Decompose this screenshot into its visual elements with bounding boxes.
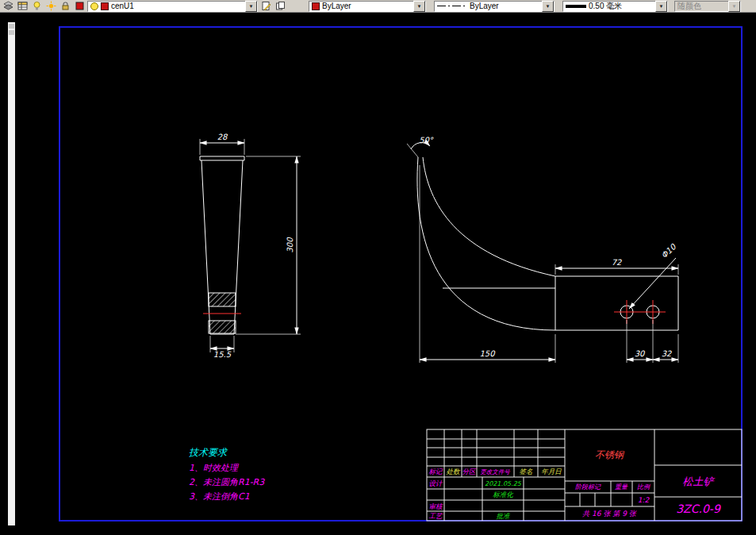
- dimension-height: 300: [236, 156, 301, 334]
- row-process: 工艺: [429, 512, 444, 520]
- dim-top-width-text: 28: [217, 133, 228, 141]
- hole-callout-text: Φ10: [659, 241, 678, 260]
- current-lineweight: 0.50 毫米: [589, 1, 622, 12]
- lineweight-sample-icon: [566, 5, 586, 8]
- technical-requirements[interactable]: 技术要求 1、时效处理 2、未注圆角R1-R3 3、未注倒角C1: [189, 447, 265, 502]
- row-design: 设计: [429, 479, 444, 487]
- current-color-name: ByLayer: [322, 2, 351, 10]
- tech-req-item-1: 1、时效处理: [189, 463, 240, 473]
- sun-icon[interactable]: [44, 1, 57, 12]
- dimension-hole-spacing: 30 32: [627, 320, 678, 363]
- row-approve: 批准: [497, 512, 512, 520]
- dimension-bottom-width: 15.5: [210, 336, 234, 359]
- layers-icon[interactable]: [2, 1, 14, 12]
- make-object-layer-current-icon[interactable]: [259, 1, 272, 12]
- layer-previous-icon[interactable]: [274, 1, 286, 12]
- stage-mark-label: 阶段标记: [575, 483, 601, 491]
- weight-label: 重量: [615, 483, 628, 491]
- hole-callout: Φ10: [629, 241, 678, 309]
- dimension-overall-length: 150: [420, 165, 555, 363]
- tech-req-title: 技术要求: [189, 447, 228, 458]
- layer-combo-arrow-icon[interactable]: ▼: [245, 1, 257, 12]
- layer-color-swatch: [101, 2, 109, 10]
- model-space-canvas[interactable]: 28 300 15.5: [0, 13, 756, 535]
- dim-hole-spacing-text: 30: [635, 349, 646, 358]
- layer-combo[interactable]: cenU1 ▼: [87, 1, 258, 12]
- lightbulb-icon[interactable]: [30, 1, 43, 12]
- dim-hole-to-edge-text: 32: [662, 349, 672, 358]
- layer-properties-manager-icon[interactable]: [16, 1, 29, 12]
- linetype-sample-icon: [437, 2, 467, 10]
- title-block[interactable]: 不锈钢 标记 处数 分区 更改文件号 签名 年月日 设计 2021.05.25 …: [427, 429, 742, 521]
- dim-angle-text: 50°: [419, 136, 434, 144]
- part-name: 松土铲: [683, 475, 716, 487]
- material-text: 不锈钢: [595, 449, 625, 460]
- dim-bottom-width-text: 15.5: [213, 350, 232, 359]
- tech-req-item-3: 3、未注倒角C1: [189, 491, 250, 502]
- row-standardization: 标准化: [493, 491, 513, 498]
- current-color-swatch: [312, 2, 320, 10]
- plot-style-combo: 随颜色 ▼: [674, 1, 741, 12]
- current-layer-name: cenU1: [111, 2, 134, 10]
- dim-plate-length-text: 72: [612, 258, 622, 267]
- col-file-no: 更改文件号: [480, 468, 510, 475]
- linetype-combo[interactable]: ByLayer ▼: [434, 1, 555, 12]
- app-window: { "colors": { "magenta": "#ff00ff", "gre…: [0, 0, 756, 535]
- dimension-plate-length: 72: [555, 258, 678, 275]
- current-linetype-name: ByLayer: [470, 2, 499, 10]
- dim-overall-length-text: 150: [479, 349, 496, 358]
- section-hatch-upper: [209, 293, 236, 306]
- dimension-tip-angle: 50°: [407, 136, 434, 157]
- plot-style-arrow-icon: ▼: [728, 1, 740, 12]
- layer-color-icon[interactable]: [73, 1, 86, 12]
- dimension-top-width: 28: [200, 133, 244, 155]
- sheet-border-frame: [59, 27, 742, 521]
- scale-value: 1:2: [638, 496, 650, 504]
- color-combo-arrow-icon[interactable]: ▼: [413, 1, 425, 12]
- drawing-number: 3ZC.0-9: [676, 502, 721, 515]
- lock-icon[interactable]: [59, 1, 71, 12]
- layer-on-icon: [90, 2, 98, 10]
- side-view[interactable]: 50° Φ10 72 150: [407, 136, 678, 363]
- sheet-info: 共 16 张 第 9 张: [582, 510, 636, 518]
- col-signature: 签名: [520, 468, 534, 475]
- col-count: 处数: [446, 468, 462, 475]
- plot-style-value: 随颜色: [677, 1, 701, 12]
- dim-height-text: 300: [286, 237, 294, 253]
- row-check: 审核: [429, 502, 444, 510]
- section-hatch-lower: [209, 321, 236, 333]
- front-view[interactable]: 28 300 15.5: [200, 133, 301, 359]
- design-date: 2021.05.25: [485, 480, 522, 487]
- color-combo[interactable]: ByLayer ▼: [309, 1, 426, 12]
- tech-req-item-2: 2、未注圆角R1-R3: [189, 477, 265, 487]
- col-date: 年月日: [541, 468, 562, 475]
- lineweight-combo-arrow-icon[interactable]: ▼: [655, 1, 667, 12]
- col-mark: 标记: [429, 468, 444, 475]
- lineweight-combo[interactable]: 0.50 毫米 ▼: [562, 1, 668, 12]
- scale-label: 比例: [637, 483, 650, 491]
- col-zone: 分区: [462, 468, 478, 475]
- linetype-combo-arrow-icon[interactable]: ▼: [542, 1, 554, 12]
- object-properties-toolbar: cenU1 ▼ ByLayer ▼ ByLayer ▼ 0.50 毫米 ▼ 随颜…: [0, 0, 756, 13]
